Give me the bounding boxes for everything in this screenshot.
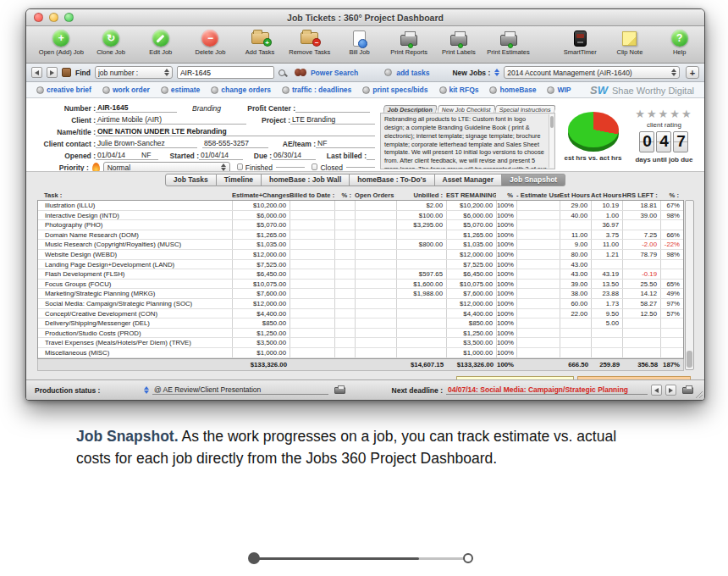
- table-row[interactable]: Production/Studio Costs (PROD)$1,250.00$…: [38, 329, 683, 339]
- job-description-text[interactable]: Rebranding all products to LTE: Custom f…: [380, 113, 555, 169]
- quicklink-estimate[interactable]: estimate: [161, 86, 201, 94]
- ae-team-field[interactable]: NF: [316, 139, 375, 148]
- toolbar-clone-job[interactable]: ↻Clone Job: [86, 29, 136, 56]
- toolbar-open-add-job[interactable]: +Open (Add) Job: [36, 29, 86, 56]
- table-row[interactable]: Travel Expenses (Meals/Hotels/Per Diem) …: [38, 338, 683, 348]
- resize-grip[interactable]: [694, 390, 703, 398]
- toolbar-print-estimates[interactable]: Print Estimates: [483, 29, 533, 56]
- power-search-link[interactable]: Power Search: [311, 69, 358, 77]
- desc-tab-special-instructions[interactable]: Special Instructions: [495, 105, 556, 113]
- table-row[interactable]: Illustration (ILLU)$10,200.00$2.00$10,20…: [38, 201, 683, 211]
- table-row[interactable]: Domain Name Research (DOM)$1,265.00$1,26…: [38, 230, 683, 241]
- table-row[interactable]: Social Media: Campaign/Strategic Plannin…: [38, 299, 683, 309]
- table-row[interactable]: Marketing/Strategic Planning (MRKG)$7,60…: [38, 289, 683, 299]
- client-contact-field[interactable]: Julie Brown-Sanchez: [96, 139, 197, 148]
- value-cell: [356, 240, 397, 249]
- production-status-stepper-icon[interactable]: [144, 386, 149, 394]
- quicklink-creative-brief[interactable]: creative brief: [36, 86, 91, 94]
- toolbar-remove-tasks[interactable]: −Remove Tasks: [284, 29, 334, 56]
- desc-tab-new-job-checklist[interactable]: New Job Checklist: [437, 105, 495, 113]
- project-field[interactable]: LTE Branding: [290, 115, 375, 125]
- task-cell: Interactive Design (INTD): [38, 211, 233, 220]
- finished-checkbox[interactable]: [237, 163, 243, 170]
- value-cell: 11.00: [560, 230, 592, 240]
- started-field[interactable]: 01/04/14: [199, 151, 243, 160]
- value-cell: 80.00: [560, 250, 592, 259]
- tab-homebase-to-do-s[interactable]: homeBase : To-Do's: [350, 174, 434, 186]
- toolbar-delete-job[interactable]: −Delete Job: [185, 29, 235, 56]
- table-row[interactable]: Flash Development (FLSH)$6,450.00$597.65…: [38, 269, 683, 280]
- table-row[interactable]: Concept/Creative Development (CON)$4,400…: [38, 309, 683, 319]
- value-cell: [661, 220, 683, 230]
- job-number-field[interactable]: AIR-1645: [96, 103, 177, 113]
- next-record-button[interactable]: [47, 67, 58, 78]
- value-cell: [397, 250, 447, 259]
- search-icon[interactable]: [279, 69, 285, 76]
- search-input[interactable]: [177, 66, 274, 79]
- toolbar-smarttimer[interactable]: SmartTimer: [555, 29, 605, 56]
- toolbar-bill-job[interactable]: Bill Job: [334, 29, 384, 56]
- toolbar-print-reports[interactable]: Print Reports: [384, 29, 434, 56]
- production-status-value[interactable]: @ AE Review/Client Presentation: [152, 385, 328, 395]
- value-cell: 100%: [497, 211, 517, 220]
- finished-date-field[interactable]: [276, 167, 305, 168]
- next-deadline-value[interactable]: 04/07/14: Social Media: Campaign/Strateg…: [446, 385, 648, 395]
- name-title-field[interactable]: ONE NATION UNDER LTE Rebranding: [96, 127, 375, 136]
- quicklink-kit-rfqs[interactable]: kit RFQs: [439, 86, 479, 94]
- previous-record-button[interactable]: [31, 67, 42, 78]
- next-deadline-button[interactable]: [665, 385, 676, 396]
- tab-job-snapshot[interactable]: Job Snapshot: [502, 174, 565, 186]
- print-deadline-icon[interactable]: [682, 387, 693, 394]
- table-row[interactable]: Focus Groups (FOCU)$10,075.00$1,600.00$1…: [38, 280, 683, 290]
- closed-checkbox[interactable]: [312, 163, 317, 170]
- pager-dot-active[interactable]: [248, 552, 260, 564]
- print-status-icon[interactable]: [334, 387, 345, 394]
- closed-date-field[interactable]: [346, 167, 375, 168]
- quicklink-wip[interactable]: WIP: [547, 86, 571, 94]
- desc-tab-job-description[interactable]: Job Description: [383, 105, 437, 113]
- client-field[interactable]: Airtime Mobile (AIR): [96, 115, 246, 125]
- add-tasks-link[interactable]: add tasks: [396, 69, 429, 77]
- table-scrollbar[interactable]: [685, 200, 694, 370]
- tab-homebase-job-wall[interactable]: homeBase : Job Wall: [262, 174, 350, 186]
- opened-field[interactable]: 01/04/14: [96, 151, 140, 160]
- table-row[interactable]: Photography (PHO)$5,070.00$3,295.00$5,07…: [38, 220, 683, 230]
- previous-deadline-button[interactable]: [651, 385, 662, 396]
- table-row[interactable]: Website Design (WEBD)$12,000.00$12,000.0…: [38, 250, 683, 260]
- find-field-dropdown[interactable]: job number :: [95, 66, 173, 79]
- due-field[interactable]: 06/30/14: [272, 151, 316, 160]
- tab-timeline[interactable]: Timeline: [217, 174, 262, 186]
- tab-asset-manager[interactable]: Asset Manager: [435, 174, 502, 186]
- column-header: %: [496, 191, 516, 200]
- table-row[interactable]: Miscellaneous (MISC)$1,000.00$1,000.0010…: [38, 348, 683, 358]
- pager-dot-inactive[interactable]: [463, 553, 473, 563]
- contact-phone-field[interactable]: 858-555-3257: [202, 139, 268, 148]
- table-row[interactable]: Interactive Design (INTD)$6,000.00$100.0…: [38, 211, 683, 221]
- quicklink-change-orders[interactable]: change orders: [211, 86, 271, 94]
- value-cell: 60.00: [560, 299, 592, 308]
- profit-center-field[interactable]: [295, 112, 370, 113]
- quicklink-work-order[interactable]: work order: [102, 86, 150, 94]
- opened-by-field[interactable]: NF: [140, 151, 158, 160]
- tab-job-tasks[interactable]: Job Tasks: [165, 174, 217, 186]
- description-scrollbar[interactable]: [549, 114, 554, 168]
- quicklink-print-specs-bids[interactable]: print specs/bids: [362, 86, 427, 94]
- table-row[interactable]: Delivery/Shipping/Messenger (DEL)$850.00…: [38, 318, 683, 329]
- value-cell: 65%: [661, 280, 683, 289]
- rating-panel: ★★★★★ client rating 047 days until job d…: [631, 102, 698, 169]
- last-billed-field[interactable]: [367, 159, 375, 160]
- table-row[interactable]: Music Research (Copyright/Royalties) (MU…: [38, 240, 683, 250]
- quicklink-homebase[interactable]: homeBase: [489, 86, 536, 94]
- new-jobs-dropdown[interactable]: 2014 Account Management (AIR-1640): [504, 66, 680, 79]
- value-cell: $12,000.00: [447, 299, 497, 308]
- toolbar-edit-job[interactable]: Edit Job: [135, 29, 185, 56]
- toolbar-clip-note[interactable]: Clip Note: [605, 29, 655, 56]
- client-rating-stars[interactable]: ★★★★★: [635, 108, 692, 119]
- toolbar-print-labels[interactable]: Print Labels: [434, 29, 484, 56]
- table-row[interactable]: Landing Page Design+Development (LAND)$7…: [38, 260, 683, 270]
- add-job-button[interactable]: +: [686, 66, 699, 79]
- quicklink-traffic-deadlines[interactable]: traffic : deadlines: [282, 86, 351, 94]
- toolbar-add-tasks[interactable]: +Add Tasks: [235, 29, 285, 56]
- new-jobs-stepper-icon[interactable]: [494, 69, 499, 76]
- toolbar-help[interactable]: ?Help: [654, 29, 704, 56]
